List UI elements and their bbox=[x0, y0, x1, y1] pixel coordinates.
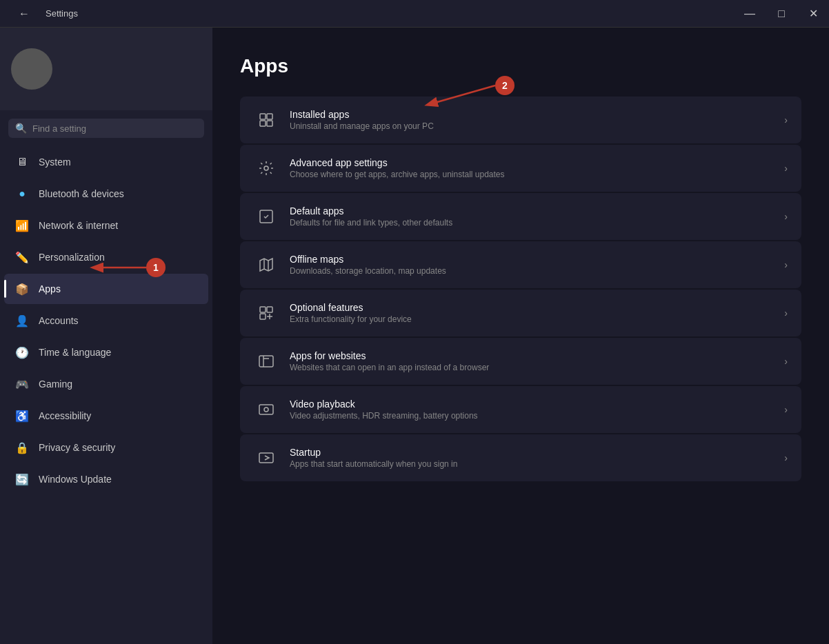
settings-item-video-playback[interactable]: Video playback Video adjustments, HDR st… bbox=[240, 386, 801, 433]
accessibility-icon: ♿ bbox=[15, 409, 29, 423]
sidebar-item-accessibility[interactable]: ♿ Accessibility bbox=[4, 401, 208, 431]
svg-rect-3 bbox=[267, 121, 272, 126]
apps-websites-title: Apps for websites bbox=[290, 350, 489, 361]
back-button[interactable]: ← bbox=[8, 0, 40, 28]
optional-features-icon bbox=[254, 301, 279, 325]
sidebar-label-gaming: Gaming bbox=[39, 379, 72, 390]
advanced-apps-title: Advanced app settings bbox=[290, 157, 505, 168]
installed-apps-desc: Uninstall and manage apps on your PC bbox=[290, 121, 434, 131]
personalization-icon: ✏️ bbox=[15, 250, 29, 264]
profile-section bbox=[0, 28, 212, 110]
sidebar-item-network[interactable]: 📶 Network & internet bbox=[4, 210, 208, 241]
sidebar-label-personalization: Personalization bbox=[39, 252, 105, 263]
default-apps-desc: Defaults for file and link types, other … bbox=[290, 218, 452, 228]
annotation-2: 2 bbox=[495, 76, 515, 95]
video-playback-desc: Video adjustments, HDR streaming, batter… bbox=[290, 411, 478, 421]
svg-point-16 bbox=[264, 407, 268, 412]
search-box[interactable]: 🔍 bbox=[8, 119, 204, 138]
time-icon: 🕐 bbox=[15, 345, 29, 359]
sidebar-item-apps[interactable]: 📦 Apps bbox=[4, 274, 208, 304]
minimize-button[interactable]: — bbox=[734, 0, 766, 28]
settings-item-optional-features[interactable]: Optional features Extra functionality fo… bbox=[240, 290, 801, 336]
settings-item-default-apps[interactable]: Default apps Defaults for file and link … bbox=[240, 193, 801, 240]
system-icon: 🖥 bbox=[15, 155, 29, 169]
settings-item-apps-websites[interactable]: Apps for websites Websites that can open… bbox=[240, 338, 801, 385]
sidebar-item-personalization[interactable]: ✏️ Personalization bbox=[4, 242, 208, 272]
windows-update-icon: 🔄 bbox=[15, 472, 29, 486]
startup-title: Startup bbox=[290, 447, 457, 458]
svg-rect-2 bbox=[260, 121, 266, 126]
app-layout: 🔍 🖥 System ● Bluetooth & devices 📶 Netwo… bbox=[0, 28, 829, 644]
sidebar: 🔍 🖥 System ● Bluetooth & devices 📶 Netwo… bbox=[0, 28, 212, 644]
sidebar-item-time[interactable]: 🕐 Time & language bbox=[4, 337, 208, 368]
sidebar-item-windows-update[interactable]: 🔄 Windows Update bbox=[4, 464, 208, 494]
settings-item-offline-maps[interactable]: Offline maps Downloads, storage location… bbox=[240, 241, 801, 288]
svg-rect-9 bbox=[260, 307, 266, 312]
network-icon: 📶 bbox=[15, 219, 29, 232]
sidebar-label-accounts: Accounts bbox=[39, 315, 79, 326]
annotation-1: 1 bbox=[146, 258, 166, 277]
apps-websites-desc: Websites that can open in an app instead… bbox=[290, 363, 489, 372]
settings-list: Installed apps Uninstall and manage apps… bbox=[240, 97, 801, 481]
video-playback-icon bbox=[254, 397, 279, 422]
installed-apps-title: Installed apps bbox=[290, 109, 434, 120]
titlebar: ← Settings — □ ✕ bbox=[0, 0, 829, 28]
search-icon: 🔍 bbox=[15, 123, 27, 134]
titlebar-controls: — □ ✕ bbox=[734, 0, 829, 28]
sidebar-label-accessibility: Accessibility bbox=[39, 410, 91, 421]
apps-websites-icon bbox=[254, 349, 279, 374]
sidebar-item-system[interactable]: 🖥 System bbox=[4, 147, 208, 177]
offline-maps-desc: Downloads, storage location, map updates bbox=[290, 266, 446, 276]
maximize-button[interactable]: □ bbox=[766, 0, 797, 28]
search-input[interactable] bbox=[32, 123, 197, 134]
svg-rect-0 bbox=[260, 114, 266, 119]
svg-rect-10 bbox=[267, 307, 272, 312]
window-title: Settings bbox=[46, 8, 78, 19]
svg-rect-14 bbox=[259, 356, 273, 367]
chevron-right-icon: › bbox=[784, 452, 788, 463]
installed-apps-icon bbox=[254, 108, 279, 132]
advanced-apps-desc: Choose where to get apps, archive apps, … bbox=[290, 170, 505, 179]
avatar bbox=[11, 48, 52, 90]
apps-icon: 📦 bbox=[15, 282, 29, 296]
svg-rect-1 bbox=[267, 114, 272, 119]
close-button[interactable]: ✕ bbox=[797, 0, 829, 28]
advanced-settings-icon bbox=[254, 156, 279, 181]
sidebar-item-bluetooth[interactable]: ● Bluetooth & devices bbox=[4, 179, 208, 209]
optional-features-title: Optional features bbox=[290, 302, 412, 313]
sidebar-item-privacy[interactable]: 🔒 Privacy & security bbox=[4, 432, 208, 463]
svg-rect-11 bbox=[260, 314, 266, 319]
sidebar-label-bluetooth: Bluetooth & devices bbox=[39, 188, 124, 199]
chevron-right-icon: › bbox=[784, 259, 788, 270]
settings-item-advanced[interactable]: Advanced app settings Choose where to ge… bbox=[240, 145, 801, 192]
offline-maps-title: Offline maps bbox=[290, 254, 446, 265]
settings-item-startup[interactable]: Startup Apps that start automatically wh… bbox=[240, 434, 801, 481]
svg-rect-17 bbox=[259, 453, 273, 463]
chevron-right-icon: › bbox=[784, 308, 788, 319]
gaming-icon: 🎮 bbox=[15, 377, 29, 391]
sidebar-item-gaming[interactable]: 🎮 Gaming bbox=[4, 369, 208, 399]
svg-marker-6 bbox=[260, 259, 272, 271]
settings-item-installed-apps[interactable]: Installed apps Uninstall and manage apps… bbox=[240, 97, 801, 143]
sidebar-item-accounts[interactable]: 👤 Accounts bbox=[4, 305, 208, 336]
sidebar-label-time: Time & language bbox=[39, 347, 111, 358]
svg-rect-15 bbox=[259, 405, 273, 414]
default-apps-icon bbox=[254, 204, 279, 229]
chevron-right-icon: › bbox=[784, 114, 788, 125]
titlebar-left: ← Settings bbox=[8, 0, 78, 28]
chevron-right-icon: › bbox=[784, 404, 788, 415]
sidebar-label-windows-update: Windows Update bbox=[39, 474, 112, 485]
sidebar-label-system: System bbox=[39, 157, 71, 168]
chevron-right-icon: › bbox=[784, 163, 788, 174]
page-title: Apps bbox=[240, 55, 801, 77]
optional-features-desc: Extra functionality for your device bbox=[290, 314, 412, 324]
sidebar-label-apps: Apps bbox=[39, 283, 61, 294]
default-apps-title: Default apps bbox=[290, 205, 452, 217]
video-playback-title: Video playback bbox=[290, 399, 478, 410]
svg-point-4 bbox=[264, 166, 268, 170]
accounts-icon: 👤 bbox=[15, 314, 29, 328]
chevron-right-icon: › bbox=[784, 356, 788, 367]
chevron-right-icon: › bbox=[784, 211, 788, 222]
privacy-icon: 🔒 bbox=[15, 441, 29, 454]
sidebar-label-network: Network & internet bbox=[39, 220, 118, 231]
